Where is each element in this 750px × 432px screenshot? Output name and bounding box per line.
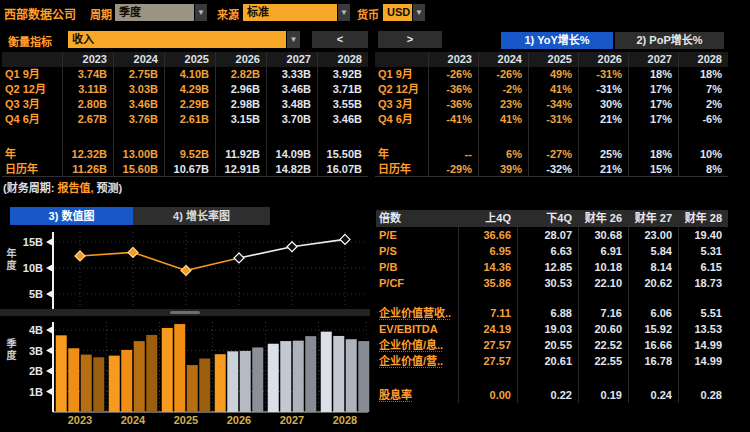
currency-dropdown-arrow-icon[interactable]: ▼ — [412, 4, 425, 21]
table-cell: 13.53 — [678, 321, 728, 337]
next-metric-button[interactable]: > — [378, 31, 442, 48]
table-cell: -31% — [578, 82, 628, 97]
y-tick-label: 15B — [23, 236, 43, 248]
table-cell: 36.66 — [458, 227, 517, 243]
company-name: 西部数据公司 — [4, 5, 76, 22]
year-header-spacer — [375, 52, 428, 67]
tab-growth-chart[interactable]: 4) 增长率图 — [133, 207, 270, 225]
yoy-growth-button[interactable]: 1) YoY增长% — [501, 32, 613, 49]
table-cell: 10% — [678, 147, 728, 162]
pop-growth-button[interactable]: 2) PoP增长% — [615, 32, 724, 49]
footnote-reported: 报告值, — [57, 182, 93, 194]
year-header: 2024 — [113, 52, 164, 67]
row-label: Q2 12月 — [375, 82, 428, 97]
table-cell: -26% — [428, 67, 478, 82]
prev-metric-button[interactable]: < — [312, 31, 368, 48]
y-tick-label: 3B — [29, 345, 43, 357]
table-cell: 23.00 — [628, 227, 678, 243]
table-cell: -29% — [428, 162, 478, 177]
table-cell: 23% — [478, 97, 528, 112]
table-cell: 15% — [628, 162, 678, 177]
currency-dropdown[interactable]: USD — [383, 4, 412, 21]
period-dropdown[interactable]: 季度 — [115, 4, 194, 21]
table-gap — [376, 369, 458, 387]
bar-q4 — [199, 358, 210, 412]
table-cell: 7.11 — [458, 305, 517, 321]
multiples-column-header: 下4Q — [517, 210, 578, 227]
table-cell: 41% — [478, 112, 528, 127]
bar-q1 — [321, 332, 332, 412]
table-cell: 22.55 — [578, 353, 628, 369]
table-cell: -41% — [428, 112, 478, 127]
quarterly-bar-chart: 1B2B3B4B202320242025202620272028 — [0, 316, 370, 432]
table-gap — [266, 127, 317, 147]
bar-q2 — [333, 336, 344, 412]
table-cell: 17% — [628, 82, 678, 97]
table-cell: 11.26B — [62, 162, 113, 177]
bar-q4 — [252, 347, 263, 412]
table-cell: -34% — [528, 97, 578, 112]
table-cell: 39% — [478, 162, 528, 177]
bar-q3 — [81, 355, 92, 412]
table-cell: -36% — [428, 97, 478, 112]
table-gap — [678, 291, 728, 305]
line-data-point — [75, 251, 85, 261]
year-header: 2023 — [62, 52, 113, 67]
growth-table: 202320242025202620272028Q1 9月-26%-26%49%… — [375, 52, 728, 177]
table-cell: 9.52B — [164, 147, 215, 162]
table-cell: 2% — [678, 97, 728, 112]
row-label: Q4 6月 — [2, 112, 62, 127]
row-label: 企业价值/营.. — [376, 353, 458, 369]
table-cell: 2.61B — [164, 112, 215, 127]
y-tick-label: 1B — [29, 386, 43, 398]
x-tick-label: 2025 — [174, 414, 198, 426]
bar-q2 — [280, 341, 291, 412]
table-cell: 21% — [578, 162, 628, 177]
table-cell: 20.55 — [517, 337, 578, 353]
table-cell: 3.48B — [266, 97, 317, 112]
table-cell: 25% — [578, 147, 628, 162]
bar-q1 — [215, 354, 226, 412]
multiples-column-header: 财年 28 — [678, 210, 728, 227]
table-cell: 3.03B — [113, 82, 164, 97]
row-label: 日历年 — [2, 162, 62, 177]
table-gap — [628, 291, 678, 305]
source-dropdown-arrow-icon[interactable]: ▼ — [337, 4, 350, 21]
table-cell: 2.29B — [164, 97, 215, 112]
table-cell: 17% — [628, 112, 678, 127]
table-cell: -31% — [578, 67, 628, 82]
bar-q4 — [146, 335, 157, 412]
line-data-point — [234, 253, 244, 263]
values-table: 202320242025202620272028Q1 9月3.74B2.75B4… — [2, 52, 368, 177]
splitter-handle-icon[interactable] — [170, 311, 200, 314]
table-cell: 15.60B — [113, 162, 164, 177]
metric-dropdown[interactable]: 收入 — [68, 31, 286, 48]
year-header: 2026 — [578, 52, 628, 67]
bar-q1 — [162, 328, 173, 412]
period-label: 周期 — [90, 6, 112, 22]
multiples-title: 倍数 — [376, 210, 458, 227]
table-gap — [578, 369, 628, 387]
bar-q3 — [240, 351, 251, 412]
table-cell: 2.80B — [62, 97, 113, 112]
multiples-column-header: 财年 27 — [628, 210, 678, 227]
metric-dropdown-arrow-icon[interactable]: ▼ — [286, 31, 300, 48]
table-gap — [578, 127, 628, 147]
row-label: P/CF — [376, 275, 458, 291]
bar-q1 — [109, 356, 120, 412]
table-cell: 7% — [678, 82, 728, 97]
source-dropdown[interactable]: 标准 — [243, 4, 337, 21]
line-data-point — [340, 234, 350, 244]
table-cell: 0.24 — [628, 387, 678, 403]
x-tick-label: 2027 — [280, 414, 304, 426]
table-cell: 18% — [628, 67, 678, 82]
period-dropdown-arrow-icon[interactable]: ▼ — [194, 4, 207, 21]
tab-numeric-chart[interactable]: 3) 数值图 — [10, 207, 133, 225]
table-cell: 16.78 — [628, 353, 678, 369]
table-cell: 2.67B — [62, 112, 113, 127]
line-data-point — [181, 265, 191, 275]
chart-splitter[interactable] — [0, 309, 370, 316]
table-gap — [578, 291, 628, 305]
table-cell: 2.75B — [113, 67, 164, 82]
y-tick-label: 2B — [29, 365, 43, 377]
